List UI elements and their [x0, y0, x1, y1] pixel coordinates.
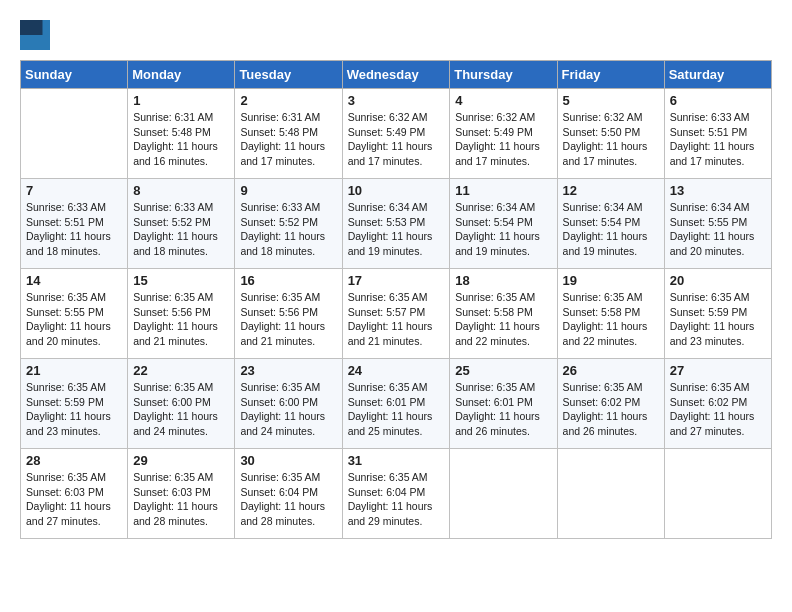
day-header-thursday: Thursday: [450, 61, 557, 89]
calendar-body: 1Sunrise: 6:31 AMSunset: 5:48 PMDaylight…: [21, 89, 772, 539]
day-info: Sunrise: 6:35 AMSunset: 6:00 PMDaylight:…: [240, 380, 336, 439]
calendar-cell: 19Sunrise: 6:35 AMSunset: 5:58 PMDayligh…: [557, 269, 664, 359]
svg-marker-2: [43, 20, 51, 35]
day-number: 25: [455, 363, 551, 378]
day-number: 22: [133, 363, 229, 378]
day-info: Sunrise: 6:35 AMSunset: 5:56 PMDaylight:…: [240, 290, 336, 349]
calendar-week-5: 28Sunrise: 6:35 AMSunset: 6:03 PMDayligh…: [21, 449, 772, 539]
calendar-cell: 21Sunrise: 6:35 AMSunset: 5:59 PMDayligh…: [21, 359, 128, 449]
day-number: 5: [563, 93, 659, 108]
calendar-cell: 12Sunrise: 6:34 AMSunset: 5:54 PMDayligh…: [557, 179, 664, 269]
day-info: Sunrise: 6:35 AMSunset: 5:56 PMDaylight:…: [133, 290, 229, 349]
day-number: 15: [133, 273, 229, 288]
calendar-cell: 30Sunrise: 6:35 AMSunset: 6:04 PMDayligh…: [235, 449, 342, 539]
calendar-cell: 3Sunrise: 6:32 AMSunset: 5:49 PMDaylight…: [342, 89, 450, 179]
day-info: Sunrise: 6:35 AMSunset: 6:04 PMDaylight:…: [348, 470, 445, 529]
day-info: Sunrise: 6:32 AMSunset: 5:49 PMDaylight:…: [348, 110, 445, 169]
calendar-cell: [664, 449, 771, 539]
calendar-cell: 4Sunrise: 6:32 AMSunset: 5:49 PMDaylight…: [450, 89, 557, 179]
day-info: Sunrise: 6:33 AMSunset: 5:52 PMDaylight:…: [240, 200, 336, 259]
day-header-sunday: Sunday: [21, 61, 128, 89]
day-info: Sunrise: 6:35 AMSunset: 5:58 PMDaylight:…: [455, 290, 551, 349]
calendar-cell: 22Sunrise: 6:35 AMSunset: 6:00 PMDayligh…: [128, 359, 235, 449]
day-info: Sunrise: 6:35 AMSunset: 6:03 PMDaylight:…: [133, 470, 229, 529]
calendar-week-1: 1Sunrise: 6:31 AMSunset: 5:48 PMDaylight…: [21, 89, 772, 179]
day-number: 30: [240, 453, 336, 468]
day-info: Sunrise: 6:35 AMSunset: 6:03 PMDaylight:…: [26, 470, 122, 529]
calendar-cell: 31Sunrise: 6:35 AMSunset: 6:04 PMDayligh…: [342, 449, 450, 539]
day-number: 1: [133, 93, 229, 108]
calendar-cell: 2Sunrise: 6:31 AMSunset: 5:48 PMDaylight…: [235, 89, 342, 179]
day-number: 23: [240, 363, 336, 378]
calendar-cell: 29Sunrise: 6:35 AMSunset: 6:03 PMDayligh…: [128, 449, 235, 539]
day-info: Sunrise: 6:31 AMSunset: 5:48 PMDaylight:…: [240, 110, 336, 169]
calendar-cell: 5Sunrise: 6:32 AMSunset: 5:50 PMDaylight…: [557, 89, 664, 179]
day-header-saturday: Saturday: [664, 61, 771, 89]
svg-rect-1: [20, 35, 50, 50]
day-number: 4: [455, 93, 551, 108]
day-info: Sunrise: 6:33 AMSunset: 5:51 PMDaylight:…: [26, 200, 122, 259]
day-number: 10: [348, 183, 445, 198]
day-info: Sunrise: 6:35 AMSunset: 5:59 PMDaylight:…: [26, 380, 122, 439]
day-number: 16: [240, 273, 336, 288]
calendar-cell: 24Sunrise: 6:35 AMSunset: 6:01 PMDayligh…: [342, 359, 450, 449]
calendar-header: SundayMondayTuesdayWednesdayThursdayFrid…: [21, 61, 772, 89]
day-info: Sunrise: 6:35 AMSunset: 6:02 PMDaylight:…: [670, 380, 766, 439]
day-number: 20: [670, 273, 766, 288]
day-number: 2: [240, 93, 336, 108]
calendar-cell: 17Sunrise: 6:35 AMSunset: 5:57 PMDayligh…: [342, 269, 450, 359]
calendar-table: SundayMondayTuesdayWednesdayThursdayFrid…: [20, 60, 772, 539]
calendar-cell: 28Sunrise: 6:35 AMSunset: 6:03 PMDayligh…: [21, 449, 128, 539]
day-info: Sunrise: 6:31 AMSunset: 5:48 PMDaylight:…: [133, 110, 229, 169]
calendar-week-3: 14Sunrise: 6:35 AMSunset: 5:55 PMDayligh…: [21, 269, 772, 359]
day-number: 12: [563, 183, 659, 198]
day-info: Sunrise: 6:35 AMSunset: 5:58 PMDaylight:…: [563, 290, 659, 349]
day-info: Sunrise: 6:35 AMSunset: 5:57 PMDaylight:…: [348, 290, 445, 349]
calendar-cell: 13Sunrise: 6:34 AMSunset: 5:55 PMDayligh…: [664, 179, 771, 269]
day-info: Sunrise: 6:32 AMSunset: 5:49 PMDaylight:…: [455, 110, 551, 169]
day-info: Sunrise: 6:33 AMSunset: 5:52 PMDaylight:…: [133, 200, 229, 259]
day-info: Sunrise: 6:34 AMSunset: 5:55 PMDaylight:…: [670, 200, 766, 259]
calendar-cell: 10Sunrise: 6:34 AMSunset: 5:53 PMDayligh…: [342, 179, 450, 269]
day-info: Sunrise: 6:34 AMSunset: 5:54 PMDaylight:…: [455, 200, 551, 259]
calendar-cell: 6Sunrise: 6:33 AMSunset: 5:51 PMDaylight…: [664, 89, 771, 179]
day-info: Sunrise: 6:35 AMSunset: 6:04 PMDaylight:…: [240, 470, 336, 529]
calendar-cell: 1Sunrise: 6:31 AMSunset: 5:48 PMDaylight…: [128, 89, 235, 179]
calendar-cell: 9Sunrise: 6:33 AMSunset: 5:52 PMDaylight…: [235, 179, 342, 269]
calendar-cell: 11Sunrise: 6:34 AMSunset: 5:54 PMDayligh…: [450, 179, 557, 269]
calendar-cell: 25Sunrise: 6:35 AMSunset: 6:01 PMDayligh…: [450, 359, 557, 449]
day-number: 14: [26, 273, 122, 288]
day-number: 17: [348, 273, 445, 288]
calendar-week-4: 21Sunrise: 6:35 AMSunset: 5:59 PMDayligh…: [21, 359, 772, 449]
calendar-cell: 14Sunrise: 6:35 AMSunset: 5:55 PMDayligh…: [21, 269, 128, 359]
day-info: Sunrise: 6:34 AMSunset: 5:53 PMDaylight:…: [348, 200, 445, 259]
day-info: Sunrise: 6:32 AMSunset: 5:50 PMDaylight:…: [563, 110, 659, 169]
calendar-cell: [557, 449, 664, 539]
day-number: 6: [670, 93, 766, 108]
page-header: [20, 20, 772, 50]
day-header-wednesday: Wednesday: [342, 61, 450, 89]
calendar-cell: [450, 449, 557, 539]
calendar-cell: 16Sunrise: 6:35 AMSunset: 5:56 PMDayligh…: [235, 269, 342, 359]
day-header-monday: Monday: [128, 61, 235, 89]
calendar-cell: 26Sunrise: 6:35 AMSunset: 6:02 PMDayligh…: [557, 359, 664, 449]
day-number: 29: [133, 453, 229, 468]
day-number: 19: [563, 273, 659, 288]
logo: [20, 20, 54, 50]
logo-icon: [20, 20, 50, 50]
day-number: 27: [670, 363, 766, 378]
day-info: Sunrise: 6:35 AMSunset: 5:55 PMDaylight:…: [26, 290, 122, 349]
day-number: 3: [348, 93, 445, 108]
calendar-cell: 15Sunrise: 6:35 AMSunset: 5:56 PMDayligh…: [128, 269, 235, 359]
calendar-week-2: 7Sunrise: 6:33 AMSunset: 5:51 PMDaylight…: [21, 179, 772, 269]
day-number: 31: [348, 453, 445, 468]
day-info: Sunrise: 6:35 AMSunset: 6:01 PMDaylight:…: [348, 380, 445, 439]
day-info: Sunrise: 6:35 AMSunset: 6:01 PMDaylight:…: [455, 380, 551, 439]
day-header-tuesday: Tuesday: [235, 61, 342, 89]
day-number: 8: [133, 183, 229, 198]
day-number: 9: [240, 183, 336, 198]
day-info: Sunrise: 6:35 AMSunset: 6:02 PMDaylight:…: [563, 380, 659, 439]
calendar-cell: 20Sunrise: 6:35 AMSunset: 5:59 PMDayligh…: [664, 269, 771, 359]
day-info: Sunrise: 6:33 AMSunset: 5:51 PMDaylight:…: [670, 110, 766, 169]
calendar-cell: 23Sunrise: 6:35 AMSunset: 6:00 PMDayligh…: [235, 359, 342, 449]
